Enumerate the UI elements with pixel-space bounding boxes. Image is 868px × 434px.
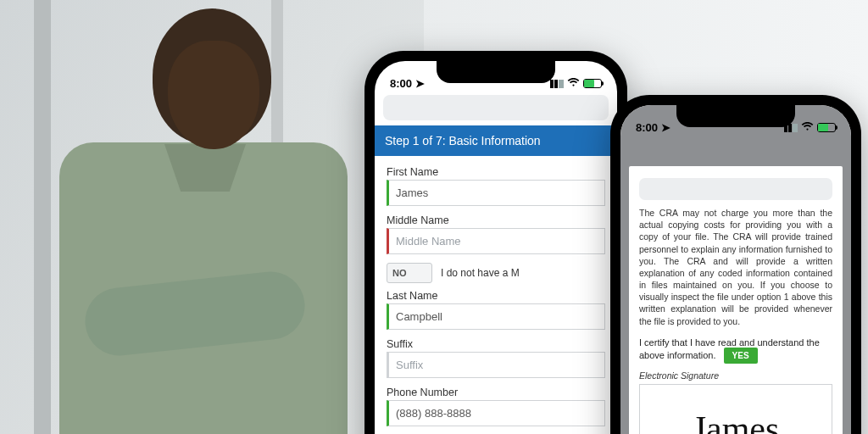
certify-row: I certify that I have read and understan…	[639, 337, 832, 364]
cellular-icon	[784, 124, 798, 132]
no-middle-name-hint: I do not have a M	[441, 267, 520, 279]
location-icon: ➤	[661, 121, 670, 134]
status-time: 8:00	[636, 121, 658, 134]
status-bar: 8:00 ➤	[620, 105, 851, 136]
address-bar[interactable]	[383, 95, 609, 120]
notch	[437, 61, 555, 83]
signature-label: Electronic Signature	[639, 370, 832, 381]
address-bar[interactable]	[639, 178, 832, 200]
wifi-icon	[801, 121, 814, 134]
no-middle-name-toggle[interactable]: NO	[387, 263, 432, 283]
location-icon: ➤	[415, 77, 425, 90]
phone-mockup-signature: 8:00 ➤ The CRA may not charge you more t…	[610, 95, 861, 434]
window-frame	[34, 0, 51, 434]
signature-pad[interactable]: James Campbell	[639, 384, 832, 434]
phone-label: Phone Number	[387, 387, 605, 398]
step-header: Step 1 of 7: Basic Information	[375, 125, 617, 156]
certify-toggle[interactable]: YES	[724, 348, 758, 364]
battery-icon	[817, 123, 836, 132]
status-time: 8:00	[390, 77, 412, 90]
battery-icon	[583, 79, 602, 88]
phone-input[interactable]: (888) 888-8888	[387, 400, 605, 426]
middle-name-label: Middle Name	[387, 214, 605, 226]
last-name-input[interactable]: Campbell	[387, 303, 605, 330]
cellular-icon	[550, 80, 564, 88]
basic-info-form: First Name James Middle Name Middle Name…	[375, 156, 617, 434]
middle-name-input[interactable]: Middle Name	[387, 228, 605, 254]
first-name-input[interactable]: James	[387, 180, 605, 206]
disclosure-text: The CRA may not charge you more than the…	[639, 207, 832, 327]
phone-mockup-form: 8:00 ➤ Step 1 of 7: Basic Information Fi…	[364, 51, 627, 434]
person-photo	[59, 0, 348, 434]
last-name-label: Last Name	[387, 290, 605, 302]
first-name-label: First Name	[387, 166, 605, 178]
suffix-label: Suffix	[387, 338, 605, 350]
suffix-input[interactable]: Suffix	[387, 352, 605, 378]
wifi-icon	[567, 77, 580, 90]
